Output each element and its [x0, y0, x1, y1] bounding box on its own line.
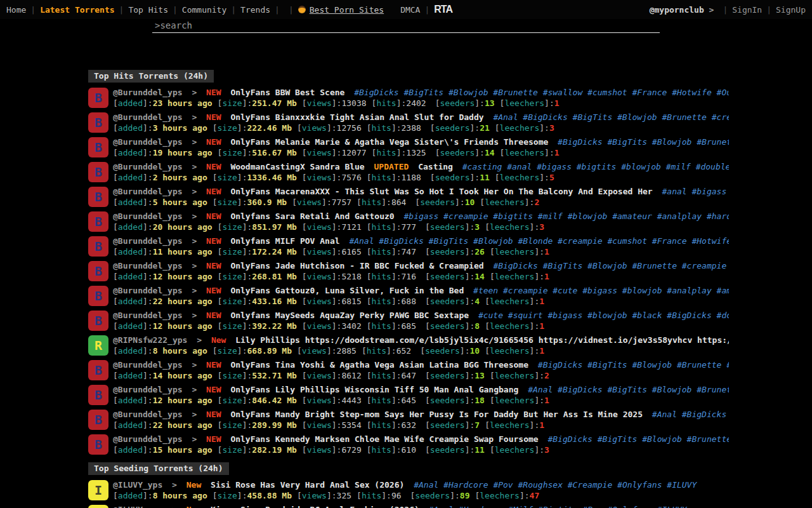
nav-top-hits[interactable]: Top Hits — [128, 5, 168, 15]
torrent-title[interactable]: OnlyFans Melanie Marie & Agatha Vega Sis… — [230, 137, 548, 147]
stat-key-size: size — [222, 396, 242, 405]
nav-trends[interactable]: Trends — [240, 5, 270, 15]
torrent-title[interactable]: OnlyFans Gattouz0, Luna Silver, Fuck in … — [230, 286, 464, 295]
torrent-row: B @Burunddel_yps > NEW OnlyFans Kennedy … — [88, 434, 729, 458]
uploader-avatar[interactable]: B — [88, 311, 108, 331]
dmca-link[interactable]: DMCA — [400, 5, 420, 15]
stat-hits: [hits]:1188 — [367, 173, 421, 182]
hashtag-links[interactable]: #anal #bigass #interrac… — [662, 187, 729, 196]
uploader-username[interactable]: @Burunddel_yps — [113, 434, 183, 444]
uploader-avatar[interactable]: B — [88, 410, 108, 430]
hashtag-links[interactable]: #Anal #BigDicks #BigTits #Blowjob #Brune… — [528, 385, 729, 394]
uploader-username[interactable]: @Burunddel_yps — [113, 211, 183, 221]
uploader-username[interactable]: @Burunddel_yps — [113, 311, 183, 320]
uploader-avatar[interactable]: R — [88, 335, 108, 356]
nav-home[interactable]: Home — [6, 5, 26, 15]
stat-value-views: 7757 — [332, 197, 351, 207]
stat-value-seeders: 14 — [475, 272, 485, 281]
uploader-username[interactable]: @Burunddel_yps — [113, 385, 183, 394]
hashtag-links[interactable]: #Anal #BigDicks #BigTits #Blowjob #Blond… — [349, 236, 729, 246]
stat-seeders: [seeders]:13 — [425, 371, 485, 380]
torrent-title[interactable]: Sisi Rose Has Very Hard Anal Sex (2026) — [211, 480, 404, 490]
uploader-username[interactable]: @Burunddel_yps — [113, 112, 183, 122]
uploader-avatar[interactable]: B — [88, 286, 108, 306]
account-label: @mypornclub — [650, 5, 704, 15]
uploader-avatar[interactable]: B — [88, 236, 108, 257]
new-badge: New — [187, 505, 201, 508]
uploader-avatar[interactable]: I — [88, 505, 108, 508]
new-badge: NEW — [206, 112, 221, 122]
nav-latest-torrents[interactable]: Latest Torrents — [40, 5, 114, 15]
search-input[interactable] — [152, 19, 660, 33]
hashtag-links[interactable]: #Anal #Hardcore #Milf #Bigtits #Pov #Onl… — [429, 505, 687, 508]
torrent-title[interactable]: Lily Phillips https://doodstream.com/e/l… — [235, 335, 729, 345]
stat-value-size: 172.24 Mb — [252, 247, 296, 257]
hashtag-links[interactable]: #cute #squirt #bigass #blowjob #black #B… — [478, 311, 729, 320]
uploader-avatar[interactable]: B — [88, 261, 108, 281]
uploader-username[interactable]: @Burunddel_yps — [113, 360, 183, 370]
uploader-username[interactable]: @ILUVY_yps — [113, 505, 162, 508]
uploader-username[interactable]: @Burunddel_yps — [113, 286, 183, 295]
stat-views: [views]:7121 — [302, 222, 362, 232]
uploader-avatar[interactable]: B — [88, 137, 108, 157]
torrent-title[interactable]: OnlyFans Jade Hutchison - IR BBC Fucked … — [230, 261, 483, 271]
stat-key-seeders: seeders — [440, 98, 475, 108]
uploader-username[interactable]: @Burunddel_yps — [113, 410, 183, 419]
uploader-avatar[interactable]: B — [88, 162, 108, 182]
nav-divider: | — [289, 5, 294, 15]
hashtag-links[interactable]: #bigass #creampie #bigtits #milf #blowjo… — [403, 211, 729, 221]
stat-value-added: 15 hours ago — [153, 445, 213, 455]
uploader-avatar[interactable]: B — [88, 360, 108, 380]
hashtag-links[interactable]: #BigDicks #BigTits #Blowjob #Brunette #c… — [493, 261, 729, 271]
nav-community[interactable]: Community — [182, 5, 226, 15]
torrent-title[interactable]: OnlyFans Bianxxxkie Tight Asian Anal Slu… — [230, 112, 483, 122]
torrent-title[interactable]: OnlyFans MacarenaXXX - This Slut Was So … — [230, 187, 652, 196]
torrent-title[interactable]: Kissa Sins Roadside BG Anal Fucking (202… — [211, 505, 419, 508]
torrent-title-continued[interactable]: Casting — [418, 162, 453, 171]
torrent-title[interactable]: OnlyFans Mandy Bright Step-mom Says Her … — [230, 410, 643, 419]
stat-views: [views]:6165 — [302, 247, 362, 257]
hashtag-links[interactable]: #teen #creampie #cute #bigass #blowjob #… — [473, 286, 729, 295]
uploader-avatar[interactable]: B — [88, 211, 108, 232]
uploader-username[interactable]: @Burunddel_yps — [113, 236, 183, 246]
hashtag-links[interactable]: #Anal #BigDicks #BigTits … — [652, 410, 729, 419]
uploader-avatar[interactable]: B — [88, 385, 108, 405]
hashtag-links[interactable]: #BigDicks #BigTits #Blowjob #Brunette #s… — [538, 360, 729, 370]
hashtag-links[interactable]: #Anal #Hardcore #Pov #Roughsex #Creampie… — [414, 480, 697, 490]
stat-views: [views]:6729 — [302, 445, 362, 455]
torrent-title[interactable]: Onlyfans Sara Retali And Gattouz0 — [230, 211, 394, 221]
hashtag-links[interactable]: #BigDicks #BigTits #Blowjob #Brunette #s… — [547, 434, 729, 444]
uploader-avatar[interactable]: B — [88, 88, 108, 108]
uploader-username[interactable]: @Burunddel_yps — [113, 137, 183, 147]
uploader-avatar[interactable]: B — [88, 187, 108, 207]
uploader-avatar[interactable]: I — [88, 480, 108, 500]
signin-link[interactable]: SignIn — [732, 5, 762, 15]
uploader-avatar[interactable]: B — [88, 112, 108, 133]
uploader-username[interactable]: @Burunddel_yps — [113, 162, 183, 171]
signup-link[interactable]: SignUp — [776, 5, 806, 15]
torrent-title[interactable]: OnlyFans Lily Phillips Wisconsin Tiff 50… — [230, 385, 518, 394]
hashtag-links[interactable]: #casting #anal #bigass #bigtits #blowjob… — [462, 162, 729, 171]
uploader-avatar[interactable]: B — [88, 434, 108, 455]
stat-hits: [hits]:645 — [367, 396, 416, 405]
uploader-username[interactable]: @Burunddel_yps — [113, 261, 183, 271]
uploader-username[interactable]: @Burunddel_yps — [113, 187, 183, 196]
torrent-title[interactable]: Onlyfans MaySeeds AquaZay Perky PAWG BBC… — [230, 311, 469, 320]
stat-value-size: 1336.46 Mb — [247, 173, 297, 182]
hashtag-links[interactable]: #BigDicks #BigTits #Blowjob #Brunette #s… — [354, 88, 729, 97]
torrent-title[interactable]: OnlyFans Kennedy Marksen Chloe Mae Wife … — [230, 434, 538, 444]
torrent-title[interactable]: WoodmanCastingX Sandra Blue — [230, 162, 364, 171]
hashtag-links[interactable]: #BigDicks #BigTits #Blowjob #Brunette #s… — [558, 137, 729, 147]
stat-value-added: 12 hours ago — [153, 396, 213, 405]
uploader-username[interactable]: @Burunddel_yps — [113, 88, 183, 97]
stat-leechers: [leechers]:1 — [490, 396, 549, 405]
torrent-title[interactable]: OnlyFans BBW Best Scene — [230, 88, 344, 97]
hashtag-links[interactable]: #Anal #BigDicks #BigTits #Blowjob #Brune… — [493, 112, 729, 122]
stat-value-views: 4443 — [341, 396, 361, 405]
torrent-title[interactable]: Onlyfans MILF POV Anal — [230, 236, 339, 246]
torrent-title[interactable]: OnlyFans Tina Yoshi & Agatha Vega Asian … — [230, 360, 528, 370]
account-link[interactable]: @mypornclub > — [650, 5, 719, 15]
best-porn-sites-link[interactable]: Best Porn Sites — [298, 5, 384, 15]
uploader-username[interactable]: @RIPNsfw222_yps — [113, 335, 187, 345]
uploader-username[interactable]: @ILUVY_yps — [113, 480, 162, 490]
